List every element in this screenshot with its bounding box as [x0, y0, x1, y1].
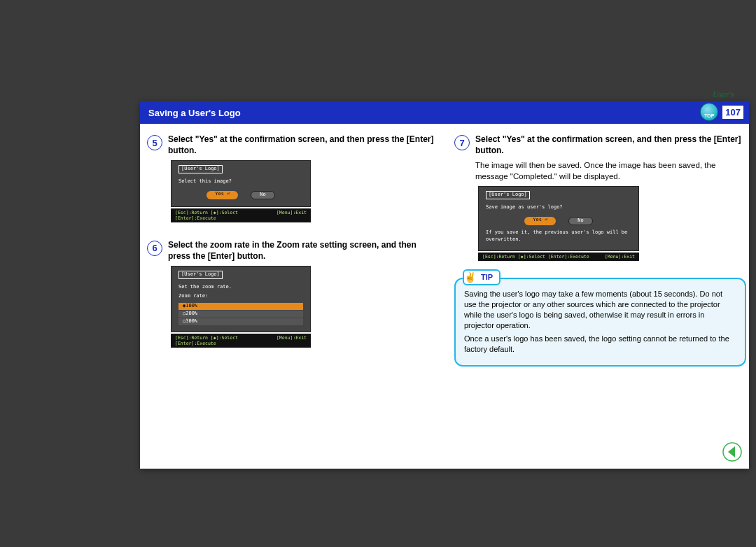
header-title: Saving a User's Logo — [148, 108, 241, 118]
right-column: 7 Select "Yes" at the confirmation scree… — [454, 134, 746, 367]
zoom-option-200: ○200% — [178, 311, 303, 318]
step-5: 5 Select "Yes" at the confirmation scree… — [147, 134, 439, 231]
tip-box: ✌ TIP Saving the user's logo may take a … — [454, 278, 746, 367]
zoom-option-100: ◉100% — [178, 303, 303, 310]
osd-foot-left: [Esc]:Return [◆]:Select [Enter]:Execute — [175, 210, 276, 221]
step-7-title: Select "Yes" at the confirmation screen,… — [475, 134, 746, 156]
osd-prompt: Save image as user's logo? — [486, 204, 631, 211]
osd-foot-right: [Menu]:Exit — [605, 254, 635, 260]
osd-yes-button: Yes ⏎ — [206, 191, 238, 199]
step-5-osd-footer: [Esc]:Return [◆]:Select [Enter]:Execute … — [171, 208, 311, 222]
osd-foot-left: [Esc]:Return [◆]:Select [Enter]:Execute — [175, 335, 276, 346]
step-7-desc: The image will then be saved. Once the i… — [475, 160, 746, 182]
osd-foot-right: [Menu]:Exit — [276, 335, 307, 346]
page-number: 107 — [722, 106, 743, 119]
osd-label: [User's Logo] — [178, 271, 223, 279]
osd-no-button: No — [251, 191, 274, 199]
tip-paragraph-2: Once a user's logo has been saved, the l… — [464, 334, 736, 355]
osd-line1: Set the zoom rate. — [178, 284, 303, 291]
osd-prompt: Select this image? — [178, 178, 303, 185]
osd-yes-button: Yes ⏎ — [524, 217, 556, 225]
document-page: Saving a User's Logo TOP 107 5 Select "Y… — [140, 101, 749, 469]
osd-foot-right: [Menu]:Exit — [276, 210, 307, 221]
header-badge: TOP 107 — [700, 103, 743, 121]
step-7: 7 Select "Yes" at the confirmation scree… — [454, 134, 746, 269]
osd-foot-left: [Esc]:Return [◆]:Select [Enter]:Execute — [482, 254, 589, 260]
step-7-number: 7 — [454, 135, 470, 150]
osd-label: [User's Logo] — [178, 165, 223, 173]
step-7-osd-screen: [User's Logo] Save image as user's logo?… — [478, 186, 639, 251]
step-6: 6 Select the zoom rate in the Zoom rate … — [147, 239, 439, 356]
osd-no-button: No — [568, 217, 592, 225]
top-icon: TOP — [700, 103, 718, 121]
step-5-osd-screen: [User's Logo] Select this image? Yes ⏎ N… — [171, 160, 311, 206]
nav-prev-button[interactable] — [722, 442, 742, 462]
osd-line2: Zoom rate: — [178, 293, 303, 300]
step-5-title: Select "Yes" at the confirmation screen,… — [168, 134, 439, 156]
header-bar: Saving a User's Logo TOP 107 — [140, 101, 749, 124]
step-6-number: 6 — [147, 241, 162, 256]
step-6-osd-screen: [User's Logo] Set the zoom rate. Zoom ra… — [171, 266, 311, 332]
step-5-number: 5 — [147, 135, 162, 150]
zoom-option-300: ○300% — [178, 318, 303, 325]
tip-label: TIP — [479, 271, 495, 283]
osd-note: If you save it, the previous user's logo… — [486, 229, 631, 243]
step-6-title: Select the zoom rate in the Zoom rate se… — [168, 239, 439, 262]
tip-icon: ✌ — [464, 271, 476, 284]
content-columns: 5 Select "Yes" at the confirmation scree… — [140, 124, 749, 374]
left-column: 5 Select "Yes" at the confirmation scree… — [147, 134, 439, 367]
tip-paragraph-1: Saving the user's logo may take a few mo… — [464, 289, 736, 330]
osd-label: [User's Logo] — [486, 191, 530, 199]
step-6-osd-footer: [Esc]:Return [◆]:Select [Enter]:Execute … — [171, 334, 311, 348]
step-7-osd-footer: [Esc]:Return [◆]:Select [Enter]:Execute … — [478, 253, 639, 261]
tip-header: ✌ TIP — [463, 269, 500, 285]
